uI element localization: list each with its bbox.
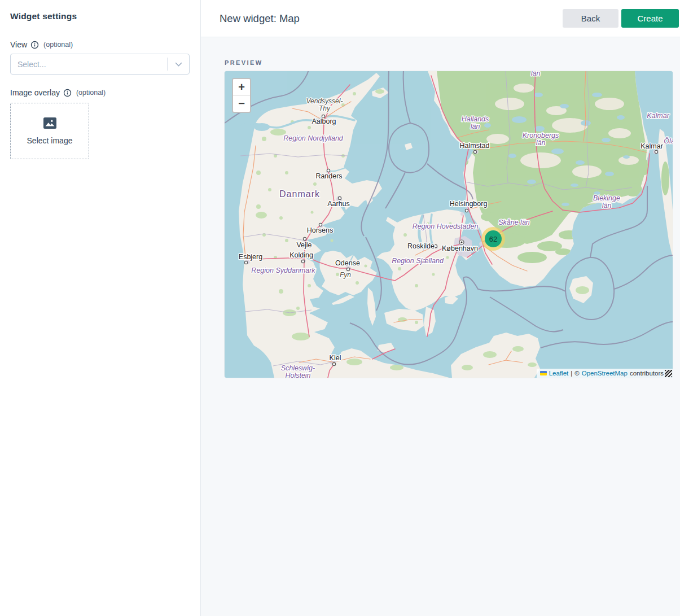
city-marker (655, 150, 657, 153)
region-label: Öla (664, 137, 673, 145)
attribution-copyright: © (574, 370, 579, 377)
image-overlay-optional-label: (optional) (76, 89, 106, 97)
map-canvas: Region NordjyllandRegion HovedstadenRegi… (225, 71, 673, 378)
select-image-label: Select image (27, 136, 73, 145)
attribution-divider: | (571, 370, 572, 377)
main-area: New widget: Map Back Create PREVIEW (201, 0, 680, 616)
osm-link[interactable]: OpenStreetMap (582, 370, 628, 377)
page-title: New widget: Map (220, 12, 563, 25)
zoom-out-button[interactable]: − (233, 95, 250, 112)
city-label: Helsingborg (450, 200, 488, 208)
city-marker (332, 362, 335, 365)
city-marker (434, 244, 437, 247)
subregion-label: Fyn (340, 271, 351, 279)
limfjord-lagoon (254, 123, 270, 131)
content-area: PREVIEW (201, 37, 680, 378)
preview-label: PREVIEW (225, 59, 673, 66)
header: New widget: Map Back Create (201, 0, 680, 37)
select-image-button[interactable]: Select image (10, 103, 89, 159)
info-icon[interactable] (30, 41, 39, 49)
country-label: Danmark (279, 189, 320, 199)
city-label: Esbjerg (239, 253, 262, 261)
map-preview[interactable]: Region NordjyllandRegion HovedstadenRegi… (225, 71, 673, 378)
view-label: View (10, 40, 27, 49)
view-select[interactable]: Select... (10, 54, 190, 75)
city-label: København (442, 244, 478, 252)
panel-title: Widget settings (10, 11, 190, 21)
city-marker (338, 196, 341, 199)
marker-cluster[interactable]: 62 (481, 227, 505, 251)
city-label: Kolding (289, 251, 313, 259)
city-marker (301, 260, 304, 263)
city-marker (346, 268, 349, 270)
image-overlay-field: Image overlay (optional) Select image (10, 88, 190, 159)
city-label: Roskilde (407, 242, 435, 250)
city-marker (473, 150, 476, 153)
back-button[interactable]: Back (563, 9, 618, 28)
chevron-down-icon (168, 62, 189, 67)
city-marker (327, 169, 330, 172)
city-label: Halmstad (460, 142, 490, 150)
leaflet-link[interactable]: Leaflet (549, 370, 569, 377)
header-actions: Back Create (563, 9, 679, 28)
marker-cluster-count: 62 (485, 230, 502, 247)
town-marker-dot (460, 241, 462, 243)
city-marker (465, 209, 468, 212)
city-label: Aarhus (327, 200, 350, 208)
image-overlay-label: Image overlay (10, 88, 60, 97)
region-label: Skåne län (498, 219, 530, 226)
city-label: Vejle (296, 241, 312, 249)
region-label: Schleswig-Holstein (281, 364, 315, 378)
city-marker (244, 261, 247, 264)
region-label: län (531, 71, 541, 77)
city-marker (319, 223, 322, 226)
info-icon[interactable] (63, 89, 72, 97)
view-field: View (optional) Select... (10, 40, 190, 75)
ukraine-flag-icon (540, 371, 547, 375)
resize-grip-icon[interactable] (665, 370, 672, 377)
map-zoom-control: + − (232, 78, 251, 113)
attribution-suffix: contributors (630, 370, 664, 377)
region-label: Kalmar (647, 112, 669, 120)
create-button[interactable]: Create (621, 9, 679, 28)
region-label: Region Syddanmark (251, 267, 315, 274)
city-label: Randers (315, 172, 342, 180)
city-label: Odense (335, 259, 360, 267)
city-label: Kalmar (640, 142, 663, 150)
image-icon (43, 117, 56, 131)
zoom-in-button[interactable]: + (233, 79, 250, 95)
city-marker (303, 237, 306, 240)
view-select-placeholder: Select... (11, 60, 167, 69)
widget-settings-panel: Widget settings View (optional) Select..… (0, 0, 201, 616)
map-attribution: Leaflet | © OpenStreetMap contributors (537, 369, 673, 378)
city-label: Aalborg (312, 117, 336, 125)
city-label: Horsens (307, 226, 334, 234)
forest-layer-oland (661, 161, 669, 195)
view-optional-label: (optional) (43, 41, 73, 49)
region-label: Region Nordjylland (283, 134, 344, 142)
region-label: Region Sjælland (392, 257, 444, 265)
city-label: Kiel (330, 354, 341, 362)
app-window: Widget settings View (optional) Select..… (0, 0, 680, 616)
region-label: Region Hovedstaden (413, 222, 479, 230)
